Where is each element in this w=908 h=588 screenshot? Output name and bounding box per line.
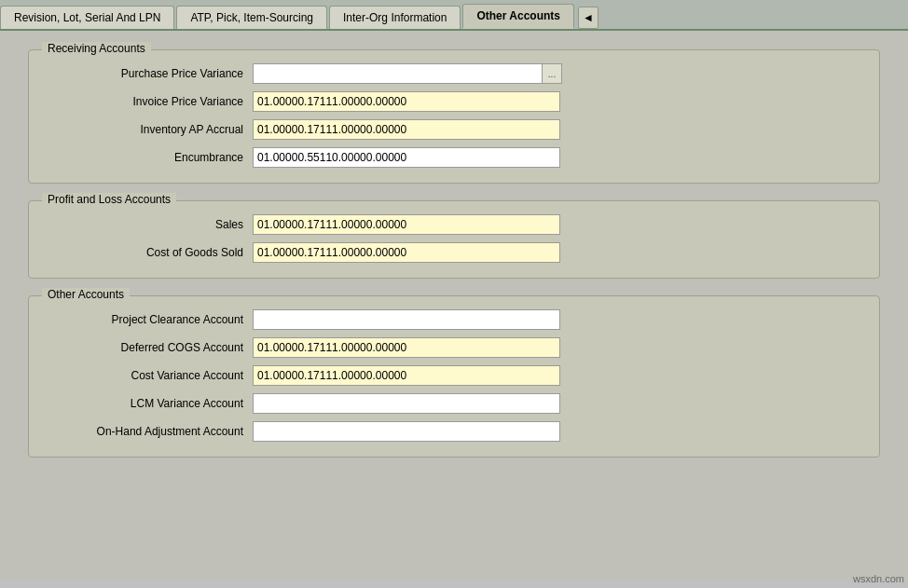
label-sales: Sales	[48, 218, 253, 231]
tab-scroll-button[interactable]: ◄	[578, 7, 598, 29]
form-row-deferred_cogs: Deferred COGS Account	[48, 337, 860, 358]
tab-revision[interactable]: Revision, Lot, Serial And LPN	[0, 6, 174, 29]
tab-other-accounts[interactable]: Other Accounts	[462, 4, 574, 29]
input-encumbrance[interactable]	[253, 147, 560, 168]
form-row-lcm_variance: LCM Variance Account	[48, 393, 860, 414]
form-row-cost_of_goods_sold: Cost of Goods Sold	[48, 242, 860, 263]
input-wrapper-purchase_price_variance: ...	[253, 63, 562, 84]
label-inventory_ap_accrual: Inventory AP Accrual	[48, 123, 253, 136]
input-lcm_variance[interactable]	[253, 393, 560, 414]
label-deferred_cogs: Deferred COGS Account	[48, 341, 253, 354]
input-project_clearance[interactable]	[253, 309, 560, 330]
label-encumbrance: Encumbrance	[48, 151, 253, 164]
input-cost_of_goods_sold[interactable]	[253, 242, 560, 263]
tab-bar: Revision, Lot, Serial And LPN ATP, Pick,…	[0, 0, 908, 31]
input-sales[interactable]	[253, 214, 560, 235]
tab-scroll-icon: ◄	[583, 11, 594, 24]
label-cost_variance: Cost Variance Account	[48, 369, 253, 382]
input-purchase_price_variance[interactable]	[253, 63, 542, 84]
label-project_clearance: Project Clearance Account	[48, 313, 253, 326]
tab-atp[interactable]: ATP, Pick, Item-Sourcing	[176, 6, 327, 29]
form-row-on_hand_adjustment: On-Hand Adjustment Account	[48, 421, 860, 442]
watermark-label: wsxdn.com	[853, 573, 904, 584]
section-legend-profit_loss: Profit and Loss Accounts	[42, 193, 176, 206]
label-lcm_variance: LCM Variance Account	[48, 397, 253, 410]
form-row-invoice_price_variance: Invoice Price Variance	[48, 91, 860, 112]
browse-button-purchase_price_variance[interactable]: ...	[542, 63, 562, 84]
input-inventory_ap_accrual[interactable]	[253, 119, 560, 140]
input-cost_variance[interactable]	[253, 365, 560, 386]
input-on_hand_adjustment[interactable]	[253, 421, 560, 442]
form-row-purchase_price_variance: Purchase Price Variance...	[48, 63, 860, 84]
section-receiving: Receiving AccountsPurchase Price Varianc…	[28, 49, 880, 184]
section-legend-other_accounts: Other Accounts	[42, 288, 130, 301]
section-legend-receiving: Receiving Accounts	[42, 42, 151, 55]
input-deferred_cogs[interactable]	[253, 337, 560, 358]
form-row-inventory_ap_accrual: Inventory AP Accrual	[48, 119, 860, 140]
section-profit_loss: Profit and Loss AccountsSalesCost of Goo…	[28, 200, 880, 279]
label-invoice_price_variance: Invoice Price Variance	[48, 95, 253, 108]
tab-interorg[interactable]: Inter-Org Information	[329, 6, 461, 29]
label-on_hand_adjustment: On-Hand Adjustment Account	[48, 425, 253, 438]
form-row-cost_variance: Cost Variance Account	[48, 365, 860, 386]
label-purchase_price_variance: Purchase Price Variance	[48, 67, 253, 80]
section-other_accounts: Other AccountsProject Clearance AccountD…	[28, 295, 880, 458]
form-row-project_clearance: Project Clearance Account	[48, 309, 860, 330]
input-invoice_price_variance[interactable]	[253, 91, 560, 112]
form-row-encumbrance: Encumbrance	[48, 147, 860, 168]
main-content: Receiving AccountsPurchase Price Varianc…	[0, 31, 908, 581]
label-cost_of_goods_sold: Cost of Goods Sold	[48, 246, 253, 259]
form-row-sales: Sales	[48, 214, 860, 235]
